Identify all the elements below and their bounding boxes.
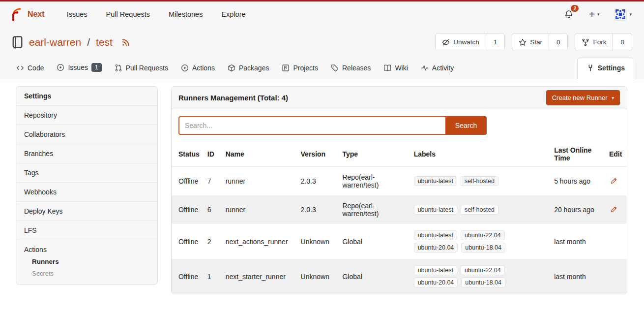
- tab-settings[interactable]: Settings: [577, 58, 634, 79]
- issues-count-badge: 1: [91, 63, 102, 72]
- rss-feed-icon[interactable]: [121, 38, 130, 47]
- search-button[interactable]: Search: [445, 116, 487, 135]
- tab-issues[interactable]: Issues 1: [50, 57, 108, 79]
- runner-status: Offline: [172, 167, 204, 196]
- sidebar-item-branches[interactable]: Branches: [16, 144, 157, 163]
- edit-runner-button[interactable]: [609, 176, 618, 186]
- user-menu[interactable]: ▾: [614, 8, 632, 21]
- panel-title: Runners Management (Total: 4): [178, 94, 288, 102]
- label-chip: ubuntu-18.04: [461, 278, 505, 287]
- runner-search-row: Search: [172, 109, 627, 142]
- runner-version: 2.0.3: [297, 195, 339, 224]
- repo-name-link[interactable]: test: [96, 36, 113, 48]
- tab-packages[interactable]: Packages: [221, 58, 275, 79]
- col-header-last-online: Last Online Time: [550, 142, 605, 167]
- edit-runner-button[interactable]: [609, 205, 618, 214]
- tab-label: Projects: [293, 64, 318, 72]
- runner-version: Unknown: [297, 259, 339, 294]
- runner-type: Global: [338, 224, 410, 259]
- tab-label: Pull Requests: [126, 64, 168, 72]
- nav-link-explore[interactable]: Explore: [212, 10, 255, 18]
- sidebar-title: Settings: [16, 87, 157, 105]
- star-button[interactable]: Star: [512, 33, 549, 51]
- repo-actions: Unwatch 1 Star 0: [435, 33, 632, 51]
- git-pull-request-icon: [115, 64, 122, 72]
- fork-label: Fork: [593, 38, 606, 46]
- runners-panel-header: Runners Management (Total: 4) Create new…: [172, 87, 627, 109]
- runner-type: Global: [338, 259, 410, 294]
- project-board-icon: [282, 64, 290, 72]
- create-runner-label: Create new Runner: [552, 94, 608, 101]
- search-input[interactable]: [178, 116, 445, 135]
- navbar: Next Issues Pull Requests Milestones Exp…: [0, 1, 644, 27]
- sidebar-item-collaborators[interactable]: Collaborators: [16, 125, 157, 144]
- sidebar-item-secrets[interactable]: Secrets: [32, 270, 149, 277]
- table-header-row: Status ID Name Version Type Labels Last …: [172, 142, 627, 167]
- runner-name: next_actions_runner: [222, 224, 297, 259]
- sidebar-item-repository[interactable]: Repository: [16, 105, 157, 125]
- home-link[interactable]: Next: [8, 7, 45, 22]
- watchers-count[interactable]: 1: [486, 33, 505, 51]
- runner-type: Repo(earl-warren/test): [338, 167, 410, 196]
- avatar: [614, 8, 627, 21]
- unwatch-button[interactable]: Unwatch: [436, 33, 486, 51]
- tab-wiki[interactable]: Wiki: [377, 58, 414, 79]
- stars-count[interactable]: 0: [549, 33, 568, 51]
- col-header-name: Name: [222, 142, 297, 167]
- star-label: Star: [530, 38, 542, 46]
- runner-last-online: last month: [550, 259, 605, 294]
- tab-projects[interactable]: Projects: [275, 58, 324, 79]
- sidebar-item-actions[interactable]: Actions: [24, 246, 47, 254]
- runner-last-online: 20 hours ago: [550, 195, 605, 224]
- notification-count-badge: 2: [571, 5, 579, 12]
- label-chip: ubuntu-latest: [414, 176, 457, 186]
- plus-icon: +: [589, 10, 595, 19]
- tab-actions[interactable]: Actions: [175, 58, 221, 79]
- runner-labels: ubuntu-latest self-hosted: [414, 205, 510, 215]
- sidebar-item-webhooks[interactable]: Webhooks: [16, 182, 157, 201]
- nav-link-issues[interactable]: Issues: [58, 10, 97, 18]
- sidebar-group-actions: Actions Runners Secrets: [16, 240, 157, 284]
- star-button-group: Star 0: [512, 33, 568, 51]
- repo-title: earl-warren / test: [11, 35, 130, 49]
- fork-button-group: Fork 0: [575, 33, 632, 51]
- tab-pull-requests[interactable]: Pull Requests: [108, 58, 175, 79]
- col-header-type: Type: [338, 142, 410, 167]
- create-runner-button[interactable]: Create new Runner ▾: [546, 90, 620, 105]
- sidebar-item-runners[interactable]: Runners: [32, 258, 149, 265]
- runner-labels: ubuntu-latest ubuntu-22.04 ubuntu-20.04 …: [414, 230, 510, 253]
- tab-code[interactable]: Code: [10, 58, 50, 79]
- nav-link-pull-requests[interactable]: Pull Requests: [97, 10, 159, 18]
- notifications-button[interactable]: 2: [563, 8, 574, 21]
- col-header-id: ID: [204, 142, 222, 167]
- sidebar-item-deploy-keys[interactable]: Deploy Keys: [16, 201, 157, 221]
- repo-owner-link[interactable]: earl-warren: [29, 36, 81, 48]
- sidebar-item-lfs[interactable]: LFS: [16, 221, 157, 240]
- runner-name: runner: [222, 167, 297, 196]
- tab-releases[interactable]: Releases: [324, 58, 377, 79]
- pulse-icon: [421, 64, 429, 72]
- issue-opened-icon: [57, 63, 64, 71]
- forks-count[interactable]: 0: [613, 33, 632, 51]
- tools-icon: [586, 64, 594, 72]
- nav-link-milestones[interactable]: Milestones: [159, 10, 212, 18]
- caret-down-icon: ▾: [597, 12, 600, 17]
- instance-name: Next: [28, 10, 45, 19]
- repo-header: earl-warren / test: [0, 27, 644, 57]
- label-chip: ubuntu-22.04: [461, 265, 505, 275]
- tab-label: Packages: [239, 64, 269, 72]
- sidebar-item-tags[interactable]: Tags: [16, 163, 157, 182]
- content-area: Settings Repository Collaborators Branch…: [0, 79, 644, 294]
- tab-activity[interactable]: Activity: [414, 58, 460, 79]
- eye-slash-icon: [442, 38, 450, 46]
- fork-button[interactable]: Fork: [575, 33, 613, 51]
- create-new-menu[interactable]: + ▾: [589, 10, 599, 19]
- label-chip: ubuntu-20.04: [414, 243, 458, 253]
- repo-tabbar: Code Issues 1 Pull Requests: [0, 57, 644, 79]
- label-chip: self-hosted: [461, 176, 498, 186]
- label-chip: ubuntu-22.04: [461, 230, 505, 240]
- forgejo-logo-icon: [8, 7, 23, 22]
- tab-label: Releases: [342, 64, 371, 72]
- label-chip: ubuntu-20.04: [414, 278, 458, 287]
- label-chip: self-hosted: [461, 205, 498, 215]
